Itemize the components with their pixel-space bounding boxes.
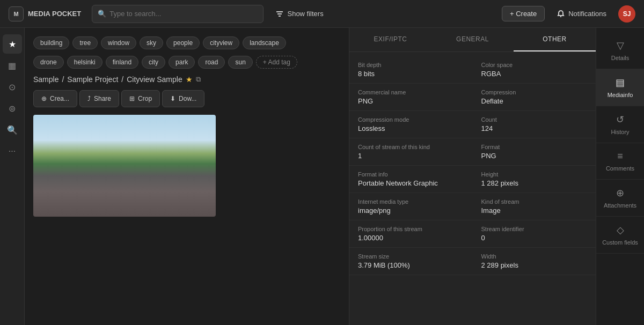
sidebar-item-attachments[interactable]: ⊕ Attachments (596, 180, 644, 217)
far-right-sidebar: ▽ Details ▤ Mediainfo ↺ History ≡ Commen… (596, 28, 644, 325)
breadcrumb-sep1: / (62, 75, 64, 84)
mediainfo-icon: ▤ (616, 77, 625, 88)
value-bit-depth: 8 bits (358, 70, 464, 78)
asset-preview (33, 115, 216, 217)
value-proportion: 1.00000 (358, 234, 464, 242)
details-label: Details (611, 55, 630, 61)
label-proportion: Proportion of this stream (358, 226, 464, 232)
value-commercial-name: PNG (358, 97, 464, 105)
bell-icon (557, 10, 565, 18)
tag-tree[interactable]: tree (72, 36, 98, 49)
tag-people[interactable]: people (166, 36, 200, 49)
tag-sky[interactable]: sky (140, 36, 163, 49)
download-icon: ⬇ (170, 95, 175, 102)
info-cell-stream-id: Stream identifier 0 (473, 220, 596, 247)
main-layout: ★ ▦ ⊙ ⊚ 🔍 ··· building tree window sky p… (0, 28, 644, 325)
comments-label: Comments (606, 165, 634, 172)
info-cell-proportion: Proportion of this stream 1.00000 (349, 220, 473, 247)
share-label: Share (94, 95, 111, 102)
tab-other[interactable]: OTHER (514, 28, 596, 51)
share-icon: ⤴ (87, 95, 91, 102)
label-color-space: Color space (481, 62, 588, 68)
comments-icon: ≡ (617, 151, 623, 162)
info-cell-format-info: Format info Portable Network Graphic (349, 166, 473, 193)
info-cell-compression: Compression Deflate (473, 84, 596, 110)
create-button[interactable]: + Create (502, 6, 545, 21)
download-button[interactable]: ⬇ Dow... (162, 90, 204, 107)
tag-road[interactable]: road (198, 56, 225, 69)
info-cell-stream-size: Stream size 3.79 MiB (100%) (349, 248, 473, 275)
value-compression-mode: Lossless (358, 124, 464, 132)
table-row: Compression mode Lossless Count 124 (349, 111, 596, 138)
breadcrumb-project[interactable]: Sample Project (67, 75, 118, 84)
copy-link-icon[interactable]: ⧉ (196, 75, 201, 84)
label-format-info: Format info (358, 171, 464, 178)
crop-button[interactable]: ⊞ Crop (121, 90, 160, 107)
search-input[interactable] (109, 10, 258, 18)
tag-finland[interactable]: finland (106, 56, 138, 69)
sidebar-item-history[interactable]: ↺ History (596, 106, 644, 143)
label-stream-count: Count of stream of this kind (358, 144, 464, 150)
create-variant-icon: ⊕ (41, 95, 47, 102)
sidebar-item-details[interactable]: ▽ Details (596, 32, 644, 69)
tag-cityview[interactable]: cityview (203, 36, 239, 49)
add-tag-button[interactable]: + Add tag (256, 56, 297, 69)
label-compression-mode: Compression mode (358, 116, 464, 123)
create-variant-button[interactable]: ⊕ Crea... (33, 90, 77, 107)
sidebar-item-assets[interactable]: ⊙ (3, 77, 22, 97)
crop-label: Crop (138, 95, 152, 102)
value-width: 2 289 pixels (481, 261, 588, 269)
label-count: Count (481, 116, 588, 123)
info-cell-compression-mode: Compression mode Lossless (349, 111, 473, 138)
value-color-space: RGBA (481, 70, 588, 78)
value-stream-id: 0 (481, 234, 588, 242)
tag-building[interactable]: building (33, 36, 69, 49)
avatar[interactable]: SJ (618, 5, 635, 23)
tag-city[interactable]: city (142, 56, 165, 69)
info-cell-count: Count 124 (473, 111, 596, 138)
logo-area: M MEDIA POCKET (9, 6, 81, 21)
share-button[interactable]: ⤴ Share (79, 90, 119, 107)
notifications-button[interactable]: Notifications (551, 6, 612, 21)
sidebar-item-collections[interactable]: ⊚ (3, 99, 22, 118)
label-stream-id: Stream identifier (481, 226, 588, 232)
topnav: M MEDIA POCKET 🔍 Show filters + Create N… (0, 0, 644, 28)
sidebar-item-more[interactable]: ··· (3, 142, 22, 161)
value-format-info: Portable Network Graphic (358, 179, 464, 187)
city-image-inner (33, 115, 216, 217)
favorite-star-icon[interactable]: ★ (186, 75, 193, 84)
tag-helsinki[interactable]: helsinki (67, 56, 103, 69)
value-compression: Deflate (481, 97, 588, 105)
tag-window[interactable]: window (101, 36, 136, 49)
table-row: Format info Portable Network Graphic Hei… (349, 166, 596, 193)
value-kind-of-stream: Image (481, 206, 588, 215)
sidebar-item-comments[interactable]: ≡ Comments (596, 143, 644, 180)
sidebar-item-search[interactable]: 🔍 (3, 120, 22, 139)
filter-icon (275, 10, 284, 18)
tag-drone[interactable]: drone (33, 56, 64, 69)
tags-row-2: drone helsinki finland city park road su… (33, 56, 340, 69)
tag-sun[interactable]: sun (228, 56, 252, 69)
tab-general[interactable]: GENERAL (431, 28, 514, 51)
tag-landscape[interactable]: landscape (243, 36, 286, 49)
sidebar-item-custom-fields[interactable]: ◇ Custom fields (596, 217, 644, 254)
info-cell-format: Format PNG (473, 138, 596, 165)
breadcrumb-sample[interactable]: Sample (33, 75, 58, 84)
attachments-label: Attachments (604, 202, 636, 209)
search-bar: 🔍 (92, 5, 264, 23)
tag-park[interactable]: park (169, 56, 195, 69)
show-filters-button[interactable]: Show filters (270, 6, 328, 21)
custom-fields-icon: ◇ (617, 224, 624, 236)
action-row: ⊕ Crea... ⤴ Share ⊞ Crop ⬇ Dow... (33, 90, 340, 107)
tab-exif-iptc[interactable]: EXIF/IPTC (349, 28, 431, 51)
sidebar-item-mediainfo[interactable]: ▤ Mediainfo (596, 69, 644, 106)
table-row: Bit depth 8 bits Color space RGBA (349, 56, 596, 84)
tags-row: building tree window sky people cityview… (33, 36, 340, 49)
app-title: MEDIA POCKET (28, 10, 81, 18)
sidebar-item-favorites[interactable]: ★ (3, 34, 22, 54)
info-cell-kind-of-stream: Kind of stream Image (473, 193, 596, 220)
info-cell-commercial-name: Commercial name PNG (349, 84, 473, 110)
table-row: Commercial name PNG Compression Deflate (349, 84, 596, 111)
sidebar-item-projects[interactable]: ▦ (3, 56, 22, 75)
breadcrumb-current[interactable]: Cityview Sample (127, 75, 182, 84)
